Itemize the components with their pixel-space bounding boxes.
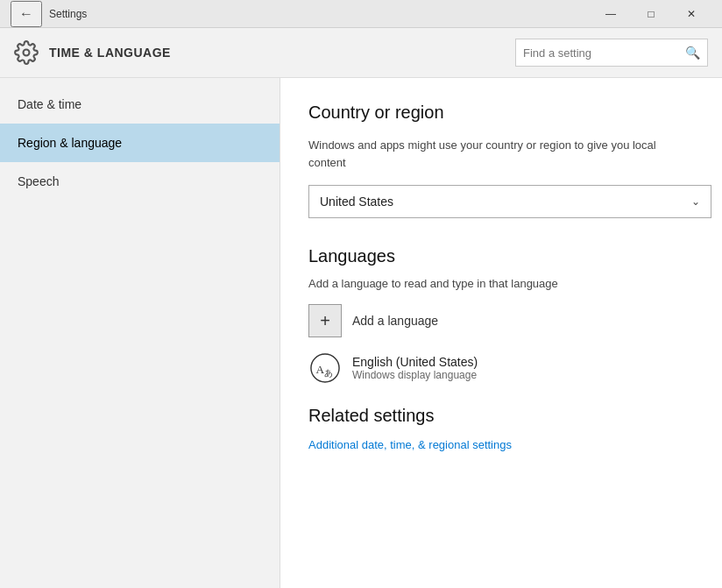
related-settings-link[interactable]: Additional date, time, & regional settin…	[308, 438, 512, 451]
app-header-left: TIME & LANGUAGE	[14, 40, 171, 65]
language-icon: A あ	[308, 351, 342, 385]
sidebar: Date & time Region & language Speech	[0, 78, 280, 588]
country-section-desc: Windows and apps might use your country …	[308, 137, 694, 171]
title-bar-left: ← Settings	[11, 1, 87, 27]
sidebar-item-region-language[interactable]: Region & language	[0, 124, 280, 162]
language-info: English (United States) Windows display …	[352, 355, 478, 381]
close-button[interactable]: ✕	[671, 0, 711, 28]
svg-text:あ: あ	[324, 368, 333, 378]
language-glyph-icon: A あ	[310, 353, 340, 383]
language-name: English (United States)	[352, 355, 478, 369]
add-language-label: Add a language	[352, 314, 438, 328]
language-sub: Windows display language	[352, 369, 478, 381]
related-section-title: Related settings	[308, 406, 694, 426]
main-layout: Date & time Region & language Speech Cou…	[0, 78, 722, 588]
content-area: Country or region Windows and apps might…	[280, 78, 722, 588]
window-title: Settings	[49, 8, 87, 20]
country-section-title: Country or region	[308, 103, 694, 123]
languages-section-title: Languages	[308, 246, 694, 266]
minimize-button[interactable]: —	[591, 0, 631, 28]
add-language-row: + Add a language	[308, 304, 694, 337]
svg-point-0	[24, 50, 30, 56]
sidebar-item-date-time[interactable]: Date & time	[0, 85, 280, 124]
app-header: TIME & LANGUAGE 🔍	[0, 28, 722, 78]
window-controls: — □ ✕	[591, 0, 711, 28]
chevron-down-icon: ⌄	[691, 195, 700, 208]
search-input[interactable]	[523, 46, 685, 60]
search-icon: 🔍	[685, 46, 700, 60]
svg-text:A: A	[316, 363, 325, 376]
gear-icon	[14, 40, 39, 65]
back-button[interactable]: ←	[11, 1, 42, 27]
maximize-button[interactable]: □	[631, 0, 671, 28]
add-language-button[interactable]: +	[308, 304, 342, 337]
country-dropdown-value: United States	[320, 195, 393, 209]
sidebar-item-speech[interactable]: Speech	[0, 162, 280, 201]
languages-section-desc: Add a language to read and type in that …	[308, 277, 694, 290]
search-box[interactable]: 🔍	[515, 39, 708, 67]
country-dropdown[interactable]: United States ⌄	[308, 185, 711, 218]
title-bar: ← Settings — □ ✕	[0, 0, 722, 28]
app-title: TIME & LANGUAGE	[49, 46, 171, 60]
language-item-english[interactable]: A あ English (United States) Windows disp…	[308, 351, 694, 385]
